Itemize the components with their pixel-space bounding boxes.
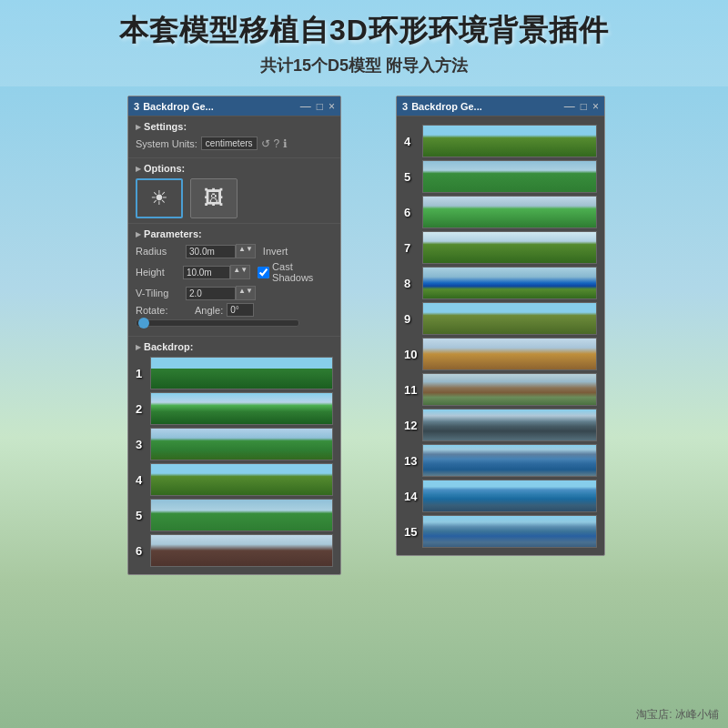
sun-icon: ☀ <box>150 187 168 210</box>
backdrop-item[interactable]: 1 <box>136 357 333 389</box>
radius-input[interactable]: 30.0m <box>186 245 236 258</box>
backdrop-preview-right <box>422 480 597 512</box>
backdrop-item-right[interactable]: 9 <box>404 302 597 335</box>
slider-thumb[interactable] <box>138 318 149 329</box>
backdrop-list-left: 1 2 3 4 5 6 <box>136 357 333 567</box>
rotate-label: Rotate: <box>136 305 186 316</box>
cast-shadows-checkbox[interactable] <box>258 267 269 278</box>
angle-input[interactable]: 0° <box>227 303 254 317</box>
backdrop-preview <box>150 428 333 460</box>
bottom-credit: 淘宝店: 冰峰小铺 <box>636 707 719 723</box>
minimize-btn-left[interactable]: — <box>300 100 311 113</box>
height-spinbtn[interactable]: ▲▼ <box>230 265 250 279</box>
angle-label: Angle: <box>195 305 223 316</box>
preview-image-right <box>423 197 596 228</box>
preview-image <box>151 393 332 424</box>
preview-image <box>151 429 332 460</box>
panel-right: 3 Backdrop Ge... — □ × 4 5 6 7 <box>396 96 605 556</box>
top-banner: 本套模型移植自3D环形环境背景插件 共计15个D5模型 附导入方法 <box>0 0 728 86</box>
preview-image-right <box>423 126 596 157</box>
background-scene <box>0 0 728 728</box>
backdrop-preview-right <box>422 160 597 193</box>
settings-header: Settings: <box>136 121 333 133</box>
maximize-btn-right[interactable]: □ <box>581 100 587 113</box>
help-icon[interactable]: ? <box>274 137 280 150</box>
backdrop-item-right[interactable]: 6 <box>404 196 597 228</box>
vtiling-input[interactable]: 2.0 <box>186 287 236 300</box>
backdrop-num: 3 <box>136 438 150 451</box>
preview-image-right <box>423 374 596 405</box>
height-label: Height <box>136 267 183 278</box>
backdrop-num: 1 <box>136 367 150 380</box>
backdrop-item-right[interactable]: 7 <box>404 231 597 264</box>
backdrop-item-right[interactable]: 5 <box>404 160 597 193</box>
backdrop-preview <box>150 534 333 567</box>
close-btn-left[interactable]: × <box>329 100 335 113</box>
backdrop-num-right: 13 <box>404 454 422 468</box>
preview-image <box>151 535 332 566</box>
backdrop-item[interactable]: 5 <box>136 499 333 531</box>
backdrop-item-right[interactable]: 10 <box>404 338 597 370</box>
preview-image-right <box>423 161 596 192</box>
option-icon-sun[interactable]: ☀ <box>136 178 183 218</box>
backdrop-num-right: 15 <box>404 525 422 539</box>
backdrop-item-right[interactable]: 12 <box>404 409 597 441</box>
system-units-value[interactable]: centimeters <box>201 136 258 150</box>
options-section: Options: ☀ 🖼 <box>128 158 340 224</box>
vtiling-spinbtn[interactable]: ▲▼ <box>236 286 256 300</box>
radius-row: Radius 30.0m ▲▼ Invert <box>136 244 333 258</box>
vtiling-label: V-Tiling <box>136 288 186 298</box>
cast-shadows-label: Cast Shadows <box>272 261 333 283</box>
backdrop-section-left: Backdrop: 1 2 3 4 5 <box>128 337 340 574</box>
left-titlebar: 3 Backdrop Ge... — □ × <box>128 96 340 116</box>
backdrop-item[interactable]: 2 <box>136 392 333 425</box>
option-icon-photo[interactable]: 🖼 <box>190 178 238 218</box>
minimize-btn-right[interactable]: — <box>564 100 575 113</box>
backdrop-item-right[interactable]: 15 <box>404 515 597 548</box>
backdrop-list-right: 4 5 6 7 8 9 <box>404 125 597 548</box>
left-panel-title: Backdrop Ge... <box>143 101 295 112</box>
backdrop-item[interactable]: 4 <box>136 463 333 496</box>
right-panel-title: Backdrop Ge... <box>411 101 559 112</box>
backdrop-item-right[interactable]: 4 <box>404 125 597 157</box>
backdrop-preview-right <box>422 515 597 548</box>
backdrop-preview-right <box>422 267 597 299</box>
maximize-btn-left[interactable]: □ <box>317 100 323 113</box>
backdrop-item[interactable]: 3 <box>136 428 333 460</box>
backdrop-preview-right <box>422 302 597 335</box>
backdrop-item-right[interactable]: 11 <box>404 373 597 406</box>
backdrop-num-right: 4 <box>404 135 422 148</box>
backdrop-item[interactable]: 6 <box>136 534 333 567</box>
backdrop-num: 2 <box>136 402 150 416</box>
title-sub: 共计15个D5模型 附导入方法 <box>260 55 468 76</box>
vtiling-row: V-Tiling 2.0 ▲▼ <box>136 286 333 300</box>
backdrop-preview <box>150 463 333 496</box>
title-main: 本套模型移植自3D环形环境背景插件 <box>119 11 609 51</box>
backdrop-item-right[interactable]: 14 <box>404 480 597 512</box>
parameters-section: Parameters: Radius 30.0m ▲▼ Invert Heigh… <box>128 224 340 337</box>
right-titlebar: 3 Backdrop Ge... — □ × <box>397 96 604 116</box>
backdrop-item-right[interactable]: 13 <box>404 444 597 477</box>
backdrop-preview <box>150 499 333 531</box>
close-btn-right[interactable]: × <box>592 100 599 113</box>
info-icon[interactable]: ℹ <box>283 137 288 150</box>
options-header: Options: <box>136 163 333 175</box>
backdrop-item-right[interactable]: 8 <box>404 267 597 299</box>
backdrop-section-right: 4 5 6 7 8 9 <box>397 116 604 555</box>
rotate-slider[interactable] <box>136 319 299 327</box>
preview-image-right <box>423 339 596 369</box>
backdrop-num-right: 9 <box>404 312 422 326</box>
preview-image-right <box>423 410 596 440</box>
backdrop-preview-right <box>422 196 597 228</box>
backdrop-header-left: Backdrop: <box>136 341 333 353</box>
refresh-icon[interactable]: ↺ <box>261 137 270 150</box>
backdrop-num-right: 11 <box>404 383 422 397</box>
system-units-label: System Units: <box>136 138 197 149</box>
preview-image <box>151 358 332 389</box>
backdrop-preview <box>150 392 333 425</box>
radius-spinbtn[interactable]: ▲▼ <box>236 244 256 258</box>
height-input[interactable]: 10.0m <box>183 266 230 279</box>
preview-image-right <box>423 232 596 263</box>
backdrop-num-right: 8 <box>404 277 422 290</box>
height-row: Height 10.0m ▲▼ Cast Shadows <box>136 261 333 283</box>
